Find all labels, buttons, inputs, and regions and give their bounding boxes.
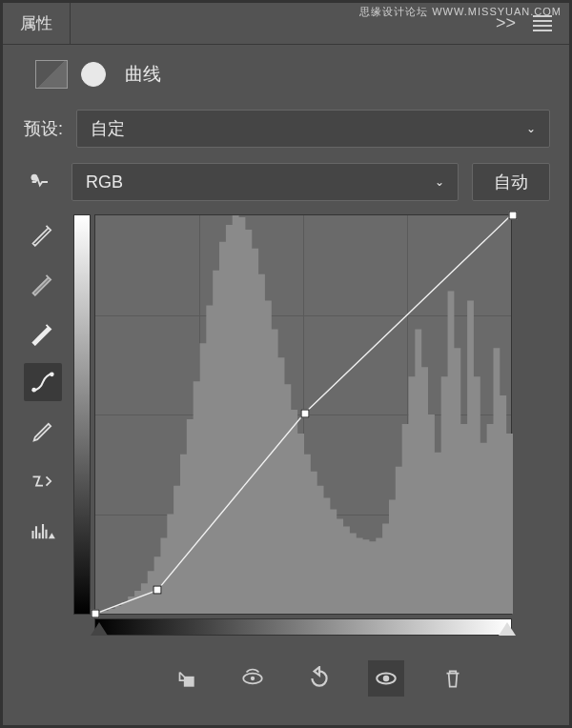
white-point-slider[interactable] [499, 622, 516, 636]
reset-icon[interactable] [301, 660, 337, 697]
svg-rect-3 [184, 677, 194, 687]
curve-area [73, 214, 550, 636]
channel-select[interactable]: RGB ⌄ [72, 163, 459, 201]
histogram-warning-icon[interactable] [24, 512, 62, 550]
panel-footer [3, 636, 569, 697]
preset-select[interactable]: 自定 ⌄ [76, 110, 550, 148]
chevron-down-icon: ⌄ [526, 122, 536, 135]
adjustment-title: 曲线 [125, 62, 161, 87]
svg-point-7 [383, 676, 390, 682]
preset-value: 自定 [91, 117, 125, 140]
adjustment-type-row: 曲线 [3, 45, 569, 98]
properties-tab[interactable]: 属性 [3, 3, 71, 44]
output-gradient [73, 214, 91, 615]
curve-edit-icon[interactable] [24, 363, 62, 401]
curve-handle[interactable] [300, 410, 309, 418]
properties-panel: 思缘设计论坛 WWW.MISSYUAN.COM 属性 >> 曲线 预设: 自定 … [0, 0, 572, 728]
view-previous-icon[interactable] [235, 660, 271, 697]
preset-label: 预设: [24, 117, 63, 140]
input-gradient[interactable] [94, 618, 512, 636]
eyedropper-white-icon[interactable] [24, 313, 62, 352]
curve-plot[interactable] [73, 214, 512, 615]
watermark-text: 思缘设计论坛 WWW.MISSYUAN.COM [359, 5, 562, 19]
toggle-visibility-icon[interactable] [368, 660, 404, 697]
eyedropper-black-icon[interactable] [24, 214, 62, 253]
curves-main-area [3, 209, 569, 636]
svg-point-1 [31, 388, 36, 393]
svg-point-0 [31, 174, 38, 181]
tool-column [24, 214, 62, 636]
preset-row: 预设: 自定 ⌄ [3, 98, 569, 155]
svg-point-2 [50, 373, 54, 377]
curve-handle[interactable] [153, 586, 162, 595]
targeted-adjust-icon[interactable] [24, 165, 58, 199]
layer-mask-icon[interactable] [81, 62, 106, 87]
curve-handle[interactable] [509, 212, 518, 220]
curve-grid[interactable] [94, 214, 512, 615]
black-point-slider[interactable] [91, 622, 108, 636]
auto-button[interactable]: 自动 [472, 163, 550, 201]
channel-value: RGB [86, 172, 123, 192]
svg-point-5 [251, 677, 255, 680]
chevron-down-icon: ⌄ [435, 175, 444, 189]
channel-row: RGB ⌄ 自动 [3, 155, 569, 209]
pencil-icon[interactable] [24, 413, 62, 451]
clip-to-layer-icon[interactable] [168, 660, 204, 697]
delete-icon[interactable] [435, 660, 471, 697]
curve-handle[interactable] [92, 610, 100, 618]
smooth-icon[interactable] [24, 462, 62, 500]
eyedropper-gray-icon[interactable] [24, 264, 62, 302]
curves-adjustment-icon[interactable] [35, 60, 68, 89]
